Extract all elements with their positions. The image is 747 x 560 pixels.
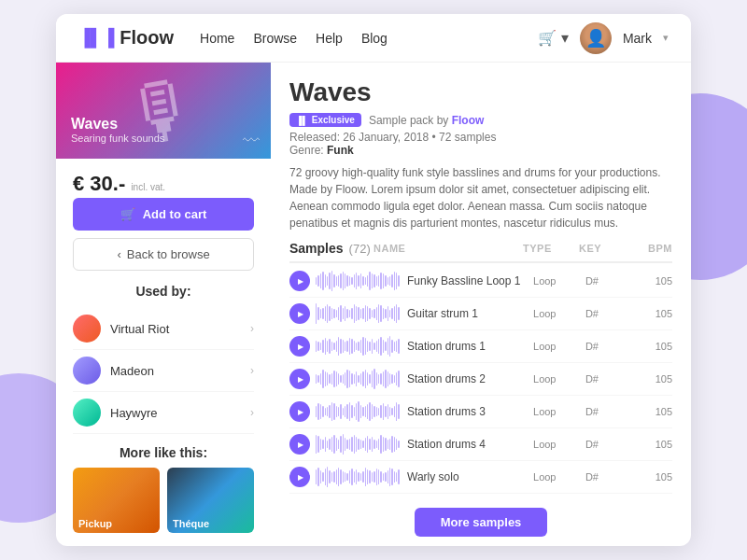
product-description: 72 groovy high-quality funk style bassli…	[289, 164, 672, 231]
back-label: Back to browse	[127, 247, 210, 261]
avatar-face: 👤	[580, 22, 612, 54]
mic-icon: 🎙	[120, 63, 208, 159]
play-button[interactable]: ▶	[289, 401, 310, 422]
sample-row: ▶Warly soloLoopD#105	[289, 461, 672, 494]
nav-user[interactable]: Mark	[623, 31, 652, 46]
more-like-grid: Pickup Théque	[73, 468, 254, 533]
right-panel: Waves ▐▌ Exclusive Sample pack by Floow …	[271, 63, 691, 546]
artist-item-0[interactable]: Virtual Riot ›	[73, 308, 254, 350]
play-button[interactable]: ▶	[289, 271, 310, 291]
sample-type: Loop	[533, 406, 585, 417]
sample-bpm: 105	[628, 341, 672, 352]
nav-blog[interactable]: Blog	[361, 31, 388, 46]
hero-title-small: Waves	[71, 116, 164, 133]
product-title: Waves	[289, 77, 672, 107]
meta-text-val: Sample pack by	[369, 114, 448, 127]
price-display: € 30.- incl. vat.	[73, 172, 254, 196]
sample-key: D#	[585, 373, 629, 385]
play-button[interactable]: ▶	[289, 303, 310, 324]
navbar: ▐▌▐ Floow Home Browse Help Blog 🛒 ▾ 👤 Ma…	[56, 14, 691, 63]
play-button[interactable]: ▶	[289, 467, 310, 487]
artist-name-1: Madeon	[110, 364, 241, 378]
samples-count: (72)	[349, 242, 374, 256]
samples-title: Samples	[289, 241, 344, 256]
sample-name: Station drums 4	[407, 438, 533, 451]
waveform-bar	[316, 400, 400, 423]
play-button[interactable]: ▶	[289, 336, 310, 357]
nav-home[interactable]: Home	[200, 31, 234, 46]
col-header-key: Key	[579, 243, 626, 254]
badge-icon: ▐▌	[296, 116, 308, 125]
samples-section: Samples (72) Name Type Key BPM ▶Funky Ba…	[289, 241, 672, 498]
hero-waveform-icon: 〰	[243, 132, 260, 151]
user-chevron: ▾	[663, 32, 669, 44]
waveform-bar	[316, 368, 400, 390]
sample-key: D#	[585, 439, 629, 450]
sample-type: Loop	[533, 471, 585, 483]
artist-item-2[interactable]: Haywyre ›	[73, 392, 254, 434]
more-samples-button[interactable]: More samples	[415, 508, 548, 537]
sample-row: ▶Funky Bassline Loop 1LoopD#105	[289, 265, 672, 298]
waveform-bar	[316, 270, 400, 292]
nav-logo[interactable]: ▐▌▐ Floow	[78, 27, 174, 49]
sample-bpm: 105	[628, 275, 672, 287]
waveform-bar	[316, 335, 400, 357]
sample-type: Loop	[533, 341, 585, 352]
price-vat: incl. vat.	[131, 182, 165, 192]
genre-value: Funk	[327, 144, 354, 157]
cart-icon[interactable]: 🛒 ▾	[538, 29, 568, 47]
sample-type: Loop	[533, 373, 585, 385]
back-to-browse-button[interactable]: ‹ Back to browse	[73, 238, 254, 271]
play-icon: ▶	[298, 441, 303, 449]
sample-type: Loop	[533, 308, 585, 319]
brand-link[interactable]: Floow	[452, 114, 485, 127]
artist-chevron-0: ›	[250, 322, 254, 335]
sample-bpm: 105	[628, 471, 672, 483]
hero-subtitle-small: Searing funk sounds	[71, 133, 164, 144]
used-by-title: Used by:	[73, 284, 254, 299]
nav-browse[interactable]: Browse	[253, 31, 297, 46]
cart-btn-icon: 🛒	[120, 207, 135, 221]
sample-name: Guitar strum 1	[407, 307, 533, 320]
sample-row: ▶Station drums 2LoopD#105	[289, 363, 672, 396]
sample-name: Station drums 3	[407, 405, 533, 418]
sample-row: ▶Station drums 1LoopD#105	[289, 330, 672, 363]
logo-text: Floow	[120, 27, 174, 49]
col-header-bpm: BPM	[626, 243, 672, 254]
hero-image: 🎙 Waves Searing funk sounds 〰	[56, 63, 271, 159]
sample-key: D#	[585, 341, 629, 352]
play-button[interactable]: ▶	[289, 434, 310, 455]
sample-type: Loop	[533, 275, 585, 287]
exclusive-badge: ▐▌ Exclusive	[289, 113, 361, 127]
more-like-title: More like this:	[73, 445, 254, 460]
artist-avatar-2	[73, 399, 101, 427]
left-panel: 🎙 Waves Searing funk sounds 〰 € 30.- inc…	[56, 63, 271, 546]
nav-right: 🛒 ▾ 👤 Mark ▾	[538, 22, 669, 54]
pack-label-1: Théque	[173, 518, 209, 529]
sample-type: Loop	[533, 439, 585, 450]
sample-row: ▶Station drums 4LoopD#105	[289, 428, 672, 461]
sample-name: Funky Bassline Loop 1	[407, 274, 533, 287]
pack-thumb-1[interactable]: Théque	[167, 468, 254, 533]
play-button[interactable]: ▶	[289, 369, 310, 389]
genre-label: Genre:	[289, 144, 324, 157]
add-to-cart-button[interactable]: 🛒 Add to cart	[73, 198, 254, 231]
pack-thumb-0[interactable]: Pickup	[73, 468, 160, 533]
waveform-bar	[316, 302, 400, 325]
samples-list: ▶Funky Bassline Loop 1LoopD#105▶Guitar s…	[289, 265, 672, 498]
pack-label-0: Pickup	[78, 518, 112, 529]
content: 🎙 Waves Searing funk sounds 〰 € 30.- inc…	[56, 63, 691, 546]
left-info: € 30.- incl. vat. 🛒 Add to cart ‹ Back t…	[56, 159, 271, 546]
sample-row: ▶Guitar strum 1LoopD#105	[289, 298, 672, 330]
back-icon: ‹	[117, 247, 120, 261]
sample-name: Station drums 1	[407, 340, 533, 353]
sample-key: D#	[585, 308, 629, 319]
sample-row: ▶Station drums 3LoopD#105	[289, 396, 672, 428]
artist-item-1[interactable]: Madeon ›	[73, 350, 254, 392]
release-info: Released: 26 January, 2018 • 72 samples	[289, 131, 672, 144]
nav-help[interactable]: Help	[316, 31, 343, 46]
hero-text-overlay: Waves Searing funk sounds	[71, 116, 164, 144]
sample-bpm: 105	[628, 373, 672, 385]
artist-name-2: Haywyre	[110, 406, 241, 420]
sample-name: Station drums 2	[407, 372, 533, 385]
